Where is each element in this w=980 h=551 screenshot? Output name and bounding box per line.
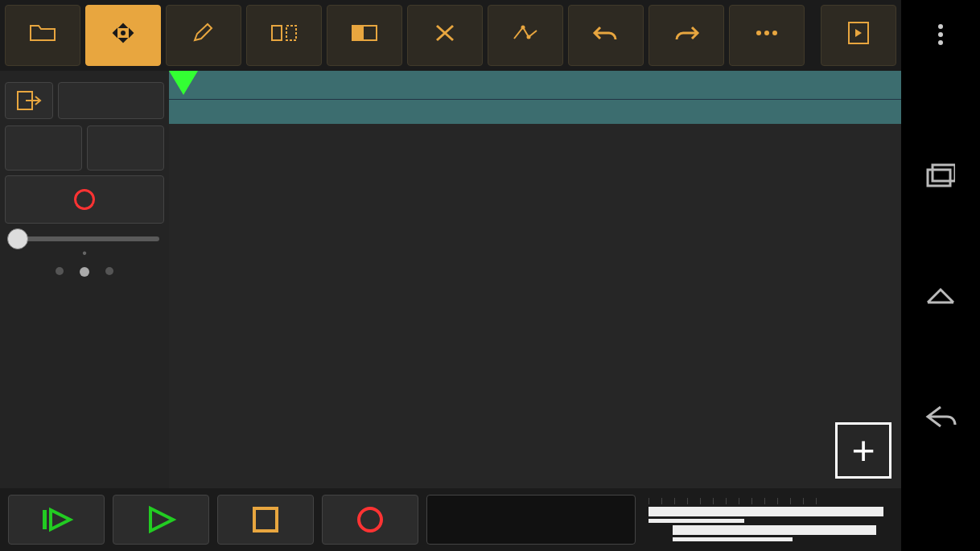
split-icon (270, 21, 298, 45)
range-icon (351, 21, 378, 45)
meter-bar-4 (673, 537, 793, 541)
pan-range-labels: • (10, 246, 159, 261)
pan-thumb[interactable] (7, 228, 28, 249)
bar-ruler[interactable] (169, 100, 901, 124)
record-button[interactable] (322, 495, 418, 545)
svg-point-9 (772, 31, 777, 35)
track-output-button[interactable] (5, 82, 53, 119)
tool-range[interactable] (327, 5, 402, 66)
meter-bar-1 (649, 507, 883, 516)
plus-icon: + (851, 427, 875, 474)
remove-icon (434, 21, 456, 45)
svg-rect-1 (272, 26, 282, 40)
time-ruler[interactable] (169, 71, 901, 100)
stop-button[interactable] (217, 495, 314, 545)
svg-point-7 (756, 31, 761, 35)
svg-rect-4 (352, 26, 364, 40)
tool-edit[interactable] (166, 5, 241, 66)
track-name-button[interactable] (58, 82, 164, 119)
svg-rect-2 (286, 26, 296, 40)
meter-display (644, 495, 893, 545)
svg-point-0 (121, 31, 125, 35)
play-from-start-button[interactable] (8, 495, 105, 545)
tool-remove[interactable] (407, 5, 483, 66)
svg-point-8 (764, 31, 769, 35)
meter-bar-2 (649, 519, 744, 523)
back-icon (924, 404, 957, 430)
svg-rect-12 (43, 510, 47, 529)
output-icon (16, 90, 42, 111)
play-button[interactable] (113, 495, 209, 545)
meter-bar-3 (673, 525, 876, 535)
pencil-icon (191, 21, 216, 45)
record-icon (74, 189, 95, 210)
timeline[interactable]: + (169, 71, 901, 488)
solo-button[interactable] (87, 125, 164, 171)
tool-undo[interactable] (568, 5, 644, 66)
home-icon (924, 285, 957, 307)
pan-slider[interactable] (10, 236, 159, 241)
android-home-button[interactable] (920, 276, 961, 316)
mute-button[interactable] (5, 125, 82, 171)
next-icon (847, 21, 870, 45)
android-back-button[interactable] (920, 397, 961, 437)
timecode-display[interactable] (426, 495, 636, 545)
panel-page-indicator[interactable] (0, 267, 169, 277)
android-nav-bar (901, 0, 980, 551)
transport-bar (0, 488, 901, 551)
more-icon (755, 21, 779, 45)
tool-more[interactable] (729, 5, 805, 66)
svg-rect-16 (933, 165, 955, 181)
tool-split[interactable] (246, 5, 322, 66)
auto-icon (512, 21, 539, 45)
tool-redo[interactable] (649, 5, 724, 66)
svg-rect-13 (254, 508, 277, 531)
playhead-icon[interactable] (169, 71, 198, 95)
svg-rect-15 (928, 170, 950, 186)
track-panel: • (0, 71, 169, 488)
toolbar (0, 0, 901, 71)
record-arm-button[interactable] (5, 175, 164, 224)
menu-dots-icon (938, 24, 943, 45)
svg-point-5 (521, 26, 525, 30)
tool-scroll[interactable] (85, 5, 161, 66)
folder-icon (29, 21, 56, 45)
redo-icon (673, 21, 700, 45)
recent-apps-icon (926, 163, 955, 187)
tool-next[interactable] (821, 5, 896, 66)
android-recent-button[interactable] (920, 155, 961, 195)
svg-point-14 (359, 508, 381, 531)
tool-project[interactable] (5, 5, 80, 66)
tracks-area[interactable]: + (169, 124, 901, 488)
android-menu-button[interactable] (920, 14, 961, 55)
undo-icon (592, 21, 620, 45)
svg-point-6 (527, 35, 531, 39)
add-track-button[interactable]: + (835, 422, 891, 479)
tool-auto[interactable] (488, 5, 563, 66)
scroll-icon (109, 21, 137, 45)
